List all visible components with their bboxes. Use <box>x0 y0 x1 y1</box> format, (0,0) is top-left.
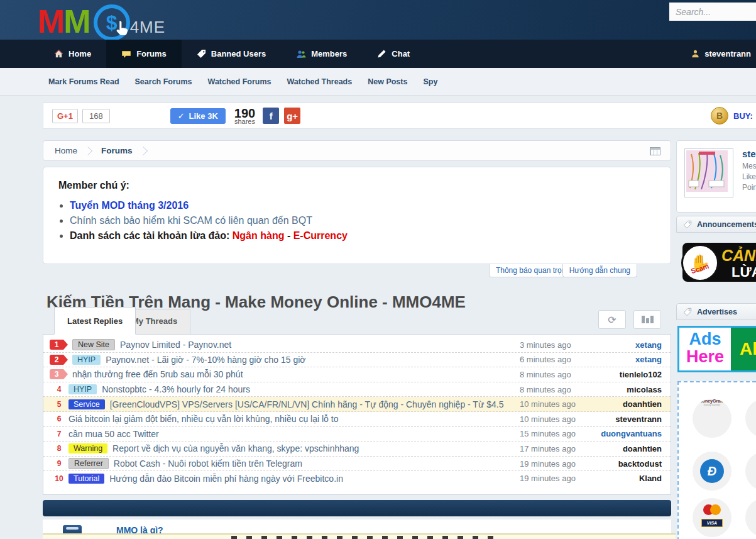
thread-prefix-label[interactable]: New Site <box>72 339 115 350</box>
thread-title-link[interactable]: Paynov Limited - Paynov.net <box>120 340 520 350</box>
thread-user-link[interactable]: doanhtien <box>594 399 662 409</box>
avatar[interactable] <box>684 148 733 197</box>
payment-icon-partial[interactable] <box>745 452 756 491</box>
thread-title-link[interactable]: Report về dịch vụ của nguyễn văn khang, … <box>112 443 520 453</box>
user-icon <box>691 49 700 58</box>
bitcoin-buy-ticker[interactable]: B BUY: 3 <box>711 103 756 128</box>
thread-user-link[interactable]: steventrann <box>594 414 662 424</box>
nav-user-account[interactable]: steventrann <box>691 40 751 68</box>
payment-methods-box: MoneyGram. money transfer Đ VISA <box>677 381 756 539</box>
profile-username[interactable]: steventrann <box>742 148 756 159</box>
profile-stat-likes: Likes: <box>742 172 756 181</box>
thread-user-link[interactable]: duongvantuans <box>594 429 662 438</box>
thread-row[interactable]: 8 Warning Report về dịch vụ của nguyễn v… <box>43 442 671 457</box>
main-navigation: Home Forums Banned Users Members Chat <box>0 40 756 68</box>
thread-title-link[interactable]: [GreenCloudVPS] VPS/Servers [US/CA/FR/NL… <box>110 399 520 409</box>
cutoff-banner-strip <box>43 533 676 539</box>
thread-row-highlighted[interactable]: 5 Service [GreenCloudVPS] VPS/Servers [U… <box>43 397 671 412</box>
thread-row[interactable]: 7 cần mua 50 acc Twitter 15 minutes ago … <box>43 427 671 442</box>
thread-user-link[interactable]: doanhtien <box>594 444 662 453</box>
thread-prefix-label[interactable]: HYIP <box>68 384 97 394</box>
breadcrumb-home[interactable]: Home <box>55 146 77 155</box>
subnav-watched-forums[interactable]: Watched Forums <box>208 77 271 86</box>
thread-prefix-label[interactable]: Referrer <box>68 458 109 469</box>
thread-row[interactable]: 9 Referrer Robot Cash - Nuôi robot kiếm … <box>43 457 671 472</box>
thread-user-link[interactable]: xetang <box>594 355 662 364</box>
moneygram-icon[interactable]: MoneyGram. money transfer <box>693 399 731 438</box>
thread-user-link[interactable]: micolass <box>594 385 662 394</box>
thread-title-link[interactable]: Nonstopbtc - 4.3% hourly for 24 hours <box>102 384 520 394</box>
thread-prefix-label[interactable]: Service <box>68 399 105 409</box>
thread-user-link[interactable]: backtodust <box>594 459 662 469</box>
thread-title-link[interactable]: Hướng dẫn đào Bitcoin miễn phí hàng ngày… <box>109 474 520 484</box>
thread-time: 19 minutes ago <box>520 474 594 483</box>
layout-columns-button[interactable] <box>633 310 661 329</box>
subnav-mark-forums-read[interactable]: Mark Forums Read <box>48 77 119 86</box>
payment-icon-partial[interactable] <box>745 498 756 537</box>
thread-time: 19 minutes ago <box>520 459 594 469</box>
thread-prefix-label[interactable]: Warning <box>68 443 107 453</box>
thread-title-link[interactable]: Giá bitcoin lại giảm đột biến, nhiều cụ … <box>68 414 520 424</box>
subnav-new-posts[interactable]: New Posts <box>368 77 407 86</box>
site-logo[interactable]: M M $ 4ME <box>38 0 165 40</box>
thread-title-link[interactable]: Paynov.net - Lãi giờ - 7%-10% hàng giờ c… <box>106 355 520 365</box>
subnav-spy[interactable]: Spy <box>423 77 437 86</box>
thread-row[interactable]: 6 Giá bitcoin lại giảm đột biến, nhiều c… <box>43 412 671 427</box>
thread-time: 8 minutes ago <box>520 370 594 379</box>
subnav-watched-threads[interactable]: Watched Threads <box>287 77 352 86</box>
social-share-bar: G+1 168 ✓ Like 3K 190 shares f g+ B BUY:… <box>43 103 756 129</box>
nav-item-chat[interactable]: Chat <box>362 40 425 68</box>
mastercard-visa-icon[interactable]: VISA <box>693 498 731 537</box>
notice-tabs: Thông báo quan trọng Hướng dẫn chung <box>43 264 671 278</box>
check-icon: ✓ <box>178 111 185 121</box>
scam-hand-icon: ✋ Scam <box>681 244 719 282</box>
thread-title-link[interactable]: cần mua 50 acc Twitter <box>68 429 520 439</box>
nav-item-members[interactable]: Members <box>281 40 362 68</box>
subnav-search-forums[interactable]: Search Forums <box>135 77 192 86</box>
tab-general-guides[interactable]: Hướng dẫn chung <box>562 264 637 277</box>
gplus-vote-widget[interactable]: G+1 168 <box>52 109 110 123</box>
gplus-button[interactable]: G+1 <box>52 109 78 123</box>
grid-view-icon[interactable] <box>650 147 660 155</box>
refresh-button[interactable]: ⟳ <box>598 310 626 329</box>
thread-row[interactable]: 3 nhận thưởng free đến 5rub sau mỗi 30 p… <box>43 367 671 382</box>
thread-row[interactable]: 4 HYIP Nonstopbtc - 4.3% hourly for 24 h… <box>43 382 671 397</box>
chevron-right-icon <box>138 146 147 155</box>
facebook-like-button[interactable]: ✓ Like 3K <box>170 108 226 124</box>
thread-title-link[interactable]: nhận thưởng free đến 5rub sau mỗi 30 phú… <box>72 369 520 379</box>
nav-item-home[interactable]: Home <box>39 40 106 68</box>
members-icon <box>296 49 306 59</box>
nav-item-banned-users[interactable]: Banned Users <box>182 40 281 68</box>
advertises-header: Advertises <box>676 303 756 320</box>
googleplus-share-icon[interactable]: g+ <box>284 108 300 124</box>
scam-banner-line1: CẢNH BÁO <box>721 247 756 265</box>
breadcrumb-forums[interactable]: Forums <box>101 146 133 155</box>
logo-dollar-circle: $ <box>92 3 129 40</box>
ads-here-banner[interactable]: Ads Here Always <box>677 326 756 372</box>
thread-user-link[interactable]: xetang <box>594 340 662 350</box>
thread-rank-badge: 3 <box>50 369 63 379</box>
dash-icon[interactable]: Đ <box>693 452 731 491</box>
nav-item-forums[interactable]: Forums <box>106 40 182 68</box>
thread-time: 15 minutes ago <box>520 429 594 438</box>
thread-row[interactable]: 2 HYIP Paynov.net - Lãi giờ - 7%-10% hàn… <box>43 353 671 368</box>
facebook-share-icon[interactable]: f <box>263 108 279 124</box>
thread-title-link[interactable]: Robot Cash - Nuôi robot kiếm tiền trên T… <box>114 458 520 469</box>
tab-latest-replies[interactable]: Latest Replies <box>54 307 136 335</box>
tag-icon <box>683 308 692 316</box>
notice-link-ecurrency[interactable]: E-Currency <box>293 230 348 241</box>
home-icon <box>54 49 63 58</box>
notice-link-bank[interactable]: Ngân hàng <box>233 230 285 241</box>
thread-user-link[interactable]: Kland <box>594 474 662 483</box>
notice-item: Chính sách bảo hiểm khi SCAM có liên qua… <box>70 215 655 226</box>
profile-stat-points: Points: <box>742 183 756 192</box>
thread-row[interactable]: 10 Tutorial Hướng dẫn đào Bitcoin miễn p… <box>43 471 671 486</box>
thread-prefix-label[interactable]: Tutorial <box>68 474 104 484</box>
notice-link-mod[interactable]: Tuyển MOD tháng 3/2016 <box>70 200 189 211</box>
thread-row[interactable]: 1 New Site Paynov Limited - Paynov.net 3… <box>43 338 671 353</box>
payment-icon-partial[interactable] <box>745 399 756 438</box>
scam-warning-banner[interactable]: ✋ Scam CẢNH BÁO LỪA ĐẢO <box>682 243 756 282</box>
thread-user-link[interactable]: tienlelo102 <box>594 370 662 379</box>
search-input[interactable] <box>669 3 756 21</box>
thread-prefix-label[interactable]: HYIP <box>72 355 101 365</box>
